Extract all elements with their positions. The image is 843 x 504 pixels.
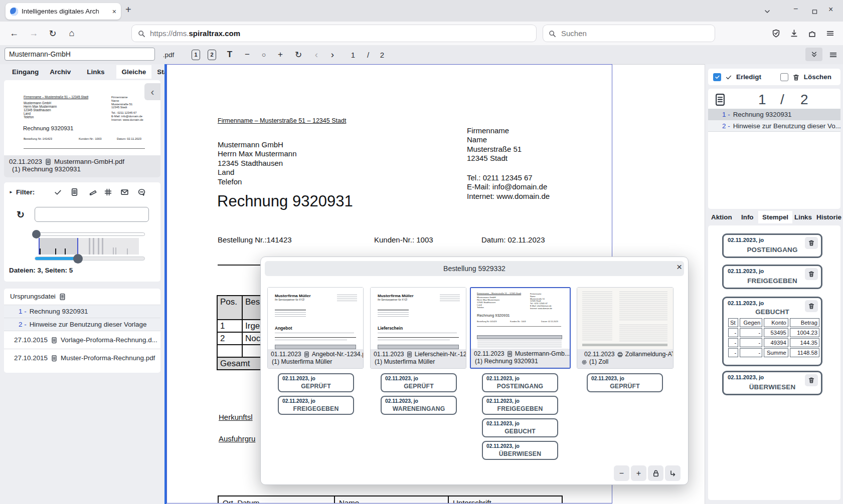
- browser-nav-bar: ← → ↻ ⌂ https://dms.spiraltrax.com: [0, 22, 843, 46]
- window-minimize-button[interactable]: −: [793, 5, 798, 14]
- stamp[interactable]: 02.11.2023, jo POSTEINGANG: [722, 233, 822, 258]
- filter-grid-icon[interactable]: [104, 187, 112, 196]
- page-1-icon: 1: [192, 50, 200, 60]
- dialog-close-icon[interactable]: ×: [677, 262, 682, 272]
- panel-tab-historie[interactable]: Historie: [812, 211, 843, 223]
- filename-input[interactable]: [5, 48, 155, 61]
- zoom-out-button[interactable]: −: [240, 45, 254, 64]
- zoom-in-button[interactable]: +: [273, 45, 287, 64]
- collapse-toolbar-button[interactable]: [805, 48, 822, 61]
- browser-search-bar[interactable]: [543, 25, 715, 42]
- extensions-icon[interactable]: [804, 22, 820, 45]
- url-prefix: https://dms.: [150, 29, 189, 38]
- done-checkbox[interactable]: [713, 73, 721, 81]
- app-menu-icon[interactable]: [825, 45, 840, 64]
- linked-document-card-selected[interactable]: Firmenname – Musterstraße 51 – 12345 Sta…: [470, 287, 571, 369]
- page-title: Hinweise zur Benutzung dieser Vorlage: [30, 321, 147, 328]
- collapse-preview-button[interactable]: ‹: [144, 83, 160, 100]
- next-page-button[interactable]: ›: [325, 45, 340, 64]
- zoom-reset-button[interactable]: ○: [257, 45, 271, 64]
- source-page-item[interactable]: 1 - Rechnung 9320931: [4, 305, 160, 318]
- source-file-item[interactable]: 27.10.2015 Muster-Proforma-Rechnung.pdf: [4, 349, 160, 367]
- filter-check-icon[interactable]: [54, 187, 62, 196]
- stamp-meta: 02.11.2023, jo: [728, 374, 764, 380]
- refresh-button[interactable]: ↻: [17, 209, 25, 220]
- zoom-slider-handle[interactable]: [32, 230, 41, 238]
- prev-page-button[interactable]: ‹: [309, 45, 323, 64]
- reload-button[interactable]: ↻: [45, 22, 61, 45]
- tab-close-icon[interactable]: ×: [112, 8, 116, 16]
- stamp-label: POSTEINGANG: [483, 383, 557, 390]
- thumb-table-header: [582, 344, 667, 346]
- dialog-zoom-out-button[interactable]: −: [614, 465, 629, 481]
- window-close-button[interactable]: ×: [828, 5, 833, 14]
- linked-file-name: Zollanmeldung-AT...: [625, 351, 673, 358]
- stamp[interactable]: 02.11.2023, jo GEBUCHT St Gegen Konto Be…: [722, 297, 822, 366]
- filter-document-icon[interactable]: [70, 187, 79, 196]
- export-button[interactable]: [665, 465, 681, 481]
- trash-icon: [792, 73, 800, 82]
- filter-comment-icon[interactable]: [137, 187, 146, 196]
- sidebar-tab-archiv[interactable]: Archiv: [44, 65, 76, 79]
- page-slider-handle[interactable]: [73, 254, 83, 264]
- browser-tab[interactable]: Intelligentes digitales Arch ×: [6, 3, 121, 20]
- zoom-slider-track[interactable]: [35, 232, 145, 236]
- text-tool-button[interactable]: T: [223, 45, 237, 64]
- linked-document-card[interactable]: 02.11.2023 Zollanmeldung-AT... (1) Zoll: [577, 287, 673, 369]
- new-tab-button[interactable]: +: [125, 4, 131, 16]
- shield-icon[interactable]: [768, 22, 784, 45]
- source-page-item[interactable]: 2 - Hinweise zur Benutzung dieser Vorlag…: [4, 318, 160, 331]
- linked-document-card[interactable]: Musterfirma Müller Ihr Servicepartner fü…: [370, 287, 466, 369]
- delete-checkbox[interactable]: [780, 73, 788, 81]
- url-bar[interactable]: https://dms.spiraltrax.com: [132, 25, 536, 42]
- filter-header[interactable]: ► Filter:: [9, 188, 35, 196]
- panel-tab-stempel[interactable]: Stempel: [758, 211, 792, 223]
- stamp: 02.11.2023, jo GEPRÜFT: [278, 373, 354, 392]
- sidebar-tab-gleiche[interactable]: Gleiche: [116, 65, 152, 79]
- list-tabs-button[interactable]: [763, 7, 771, 16]
- rotate-button[interactable]: ↻: [291, 45, 305, 64]
- stamp: 02.11.2023, jo GEBUCHT: [482, 418, 558, 437]
- two-page-layout-button[interactable]: 2: [208, 45, 216, 64]
- single-page-layout-button[interactable]: 1: [192, 45, 200, 64]
- stamp: 02.11.2023, jo FREIGEGEBEN: [278, 396, 354, 415]
- linked-file-date: 01.11.2023: [374, 351, 404, 358]
- filter-mail-icon[interactable]: [120, 187, 129, 196]
- forward-button[interactable]: →: [26, 22, 42, 45]
- gear-icon: [581, 358, 587, 365]
- lock-button[interactable]: [648, 465, 663, 481]
- home-button[interactable]: ⌂: [64, 22, 80, 45]
- linked-document-card[interactable]: Musterfirma Müller Ihr Servicepartner fü…: [267, 287, 364, 369]
- page-histogram[interactable]: [39, 238, 139, 255]
- browser-search-input[interactable]: [560, 29, 709, 38]
- sidebar-tab-links[interactable]: Links: [81, 65, 110, 79]
- status-card: Erledigt Löschen: [708, 69, 840, 85]
- dialog-zoom-in-button[interactable]: +: [631, 465, 646, 481]
- panel-page-item-selected[interactable]: 1 - Rechnung 9320931: [708, 109, 840, 120]
- menu-hamburger-icon[interactable]: [822, 22, 838, 45]
- source-file-title: Ursprungsdatei: [10, 293, 56, 300]
- source-file-item[interactable]: 27.10.2015 Vorlage-Proforma-Rechnung.d..…: [4, 331, 160, 349]
- item-pos: 1: [217, 320, 242, 332]
- window-maximize-button[interactable]: [811, 7, 818, 16]
- back-button[interactable]: ←: [6, 22, 22, 45]
- filter-scanner-icon[interactable]: [89, 187, 97, 196]
- panel-tab-aktion[interactable]: Aktion: [707, 211, 736, 223]
- thumb-smudge: [378, 333, 457, 334]
- file-name: Muster-Proforma-Rechnung.pdf: [61, 354, 155, 362]
- dialog-header[interactable]: Bestellung 5929332: [265, 261, 684, 276]
- file-list-item[interactable]: 02.11.2023 Mustermann-GmbH.pdf (1) Rechn…: [4, 155, 160, 177]
- stamp[interactable]: 02.11.2023, jo FREIGEGEBEN: [722, 265, 822, 289]
- linked-file-name: Angebot-Nr.-1234.pdf: [312, 351, 363, 358]
- stamp[interactable]: 02.11.2023, jo ÜBERWIESEN: [722, 371, 822, 395]
- document-preview-card[interactable]: Firmenname – Musterstraße 51 – 12345 Sta…: [4, 80, 160, 177]
- sidebar-tab-eingang[interactable]: Eingang: [7, 65, 44, 79]
- panel-tab-info[interactable]: Info: [737, 211, 758, 223]
- filter-search-input[interactable]: [35, 207, 149, 222]
- file-subtitle: (1) Rechnung 9320931: [9, 165, 155, 173]
- stamps-panel: 02.11.2023, jo POSTEINGANG 02.11.2023, j…: [708, 225, 840, 500]
- dialog-title: Bestellung 5929332: [443, 265, 505, 273]
- page-slider-track[interactable]: [35, 257, 145, 261]
- panel-page-item[interactable]: 2 - Hinweise zur Benutzung dieser Vo...: [708, 120, 840, 132]
- downloads-icon[interactable]: [786, 22, 802, 45]
